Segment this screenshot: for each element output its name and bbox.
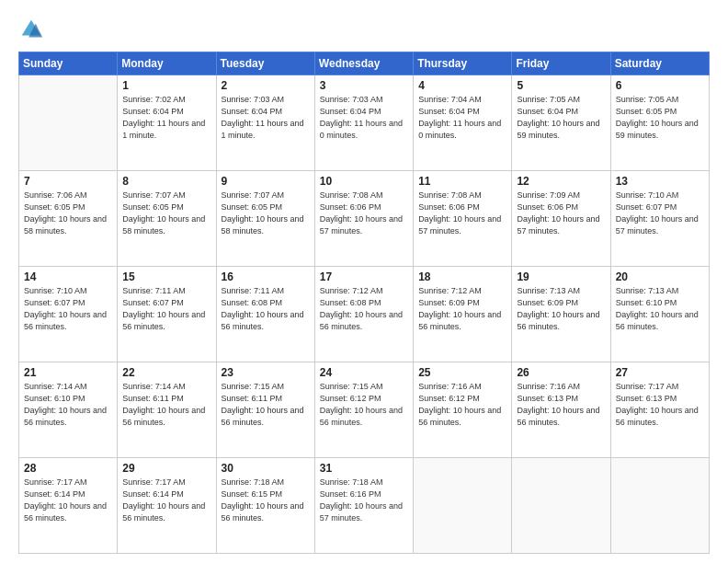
day-info: Sunrise: 7:18 AMSunset: 6:15 PMDaylight:… [222, 477, 310, 524]
day-info: Sunrise: 7:14 AMSunset: 6:11 PMDaylight:… [122, 381, 210, 429]
day-number: 18 [418, 270, 506, 283]
day-info: Sunrise: 7:17 AMSunset: 6:13 PMDaylight:… [616, 381, 704, 429]
calendar-cell: 28Sunrise: 7:17 AMSunset: 6:14 PMDayligh… [19, 458, 118, 554]
day-info: Sunrise: 7:03 AMSunset: 6:04 PMDaylight:… [320, 94, 408, 142]
week-row-4: 21Sunrise: 7:14 AMSunset: 6:10 PMDayligh… [19, 362, 710, 458]
day-number: 22 [122, 366, 210, 379]
day-info: Sunrise: 7:18 AMSunset: 6:16 PMDaylight:… [320, 477, 408, 524]
calendar-cell: 6Sunrise: 7:05 AMSunset: 6:05 PMDaylight… [610, 75, 709, 171]
calendar-cell: 4Sunrise: 7:04 AMSunset: 6:04 PMDaylight… [414, 75, 512, 171]
day-number: 26 [517, 366, 605, 379]
calendar-cell: 16Sunrise: 7:11 AMSunset: 6:08 PMDayligh… [216, 267, 314, 362]
day-number: 23 [222, 366, 310, 379]
calendar-cell: 21Sunrise: 7:14 AMSunset: 6:10 PMDayligh… [19, 362, 118, 458]
calendar-cell: 13Sunrise: 7:10 AMSunset: 6:07 PMDayligh… [610, 171, 709, 267]
day-info: Sunrise: 7:16 AMSunset: 6:13 PMDaylight:… [517, 381, 605, 429]
header [18, 17, 710, 42]
weekday-header-sunday: Sunday [19, 52, 118, 75]
weekday-header-thursday: Thursday [414, 52, 512, 75]
day-info: Sunrise: 7:12 AMSunset: 6:09 PMDaylight:… [418, 285, 506, 333]
weekday-header-monday: Monday [118, 52, 216, 75]
calendar-cell: 3Sunrise: 7:03 AMSunset: 6:04 PMDaylight… [314, 75, 413, 171]
calendar-cell: 19Sunrise: 7:13 AMSunset: 6:09 PMDayligh… [512, 267, 610, 362]
day-number: 2 [222, 79, 310, 92]
day-number: 30 [222, 462, 310, 475]
day-info: Sunrise: 7:07 AMSunset: 6:05 PMDaylight:… [222, 190, 310, 237]
day-number: 1 [122, 79, 210, 92]
day-info: Sunrise: 7:07 AMSunset: 6:05 PMDaylight:… [122, 190, 210, 237]
day-info: Sunrise: 7:06 AMSunset: 6:05 PMDaylight:… [24, 190, 112, 237]
week-row-1: 1Sunrise: 7:02 AMSunset: 6:04 PMDaylight… [19, 75, 710, 171]
day-number: 14 [24, 270, 112, 283]
calendar-cell: 15Sunrise: 7:11 AMSunset: 6:07 PMDayligh… [118, 267, 216, 362]
day-number: 29 [122, 462, 210, 475]
day-info: Sunrise: 7:08 AMSunset: 6:06 PMDaylight:… [320, 190, 408, 237]
day-info: Sunrise: 7:03 AMSunset: 6:04 PMDaylight:… [222, 94, 310, 142]
day-info: Sunrise: 7:15 AMSunset: 6:11 PMDaylight:… [222, 381, 310, 429]
calendar-cell: 17Sunrise: 7:12 AMSunset: 6:08 PMDayligh… [314, 267, 413, 362]
calendar-cell: 14Sunrise: 7:10 AMSunset: 6:07 PMDayligh… [19, 267, 118, 362]
day-number: 9 [222, 175, 310, 188]
day-info: Sunrise: 7:16 AMSunset: 6:12 PMDaylight:… [418, 381, 506, 429]
day-info: Sunrise: 7:15 AMSunset: 6:12 PMDaylight:… [320, 381, 408, 429]
day-info: Sunrise: 7:11 AMSunset: 6:08 PMDaylight:… [222, 285, 310, 333]
calendar-cell: 1Sunrise: 7:02 AMSunset: 6:04 PMDaylight… [118, 75, 216, 171]
calendar-cell: 22Sunrise: 7:14 AMSunset: 6:11 PMDayligh… [118, 362, 216, 458]
day-number: 4 [418, 79, 506, 92]
calendar-cell: 2Sunrise: 7:03 AMSunset: 6:04 PMDaylight… [216, 75, 314, 171]
calendar-cell: 31Sunrise: 7:18 AMSunset: 6:16 PMDayligh… [314, 458, 413, 554]
calendar-cell: 12Sunrise: 7:09 AMSunset: 6:06 PMDayligh… [512, 171, 610, 267]
calendar-cell: 23Sunrise: 7:15 AMSunset: 6:11 PMDayligh… [216, 362, 314, 458]
day-info: Sunrise: 7:17 AMSunset: 6:14 PMDaylight:… [122, 477, 210, 524]
day-number: 17 [320, 270, 408, 283]
day-number: 19 [517, 270, 605, 283]
day-info: Sunrise: 7:05 AMSunset: 6:04 PMDaylight:… [517, 94, 605, 142]
day-info: Sunrise: 7:04 AMSunset: 6:04 PMDaylight:… [418, 94, 506, 142]
logo [18, 17, 48, 42]
day-info: Sunrise: 7:13 AMSunset: 6:10 PMDaylight:… [616, 285, 704, 333]
calendar-cell: 26Sunrise: 7:16 AMSunset: 6:13 PMDayligh… [512, 362, 610, 458]
calendar-table: SundayMondayTuesdayWednesdayThursdayFrid… [18, 52, 710, 554]
calendar-cell: 24Sunrise: 7:15 AMSunset: 6:12 PMDayligh… [314, 362, 413, 458]
day-number: 21 [24, 366, 112, 379]
day-info: Sunrise: 7:02 AMSunset: 6:04 PMDaylight:… [122, 94, 210, 142]
weekday-header-saturday: Saturday [610, 52, 709, 75]
day-number: 15 [122, 270, 210, 283]
week-row-3: 14Sunrise: 7:10 AMSunset: 6:07 PMDayligh… [19, 267, 710, 362]
day-number: 8 [122, 175, 210, 188]
day-number: 7 [24, 175, 112, 188]
day-info: Sunrise: 7:09 AMSunset: 6:06 PMDaylight:… [517, 190, 605, 237]
calendar-cell: 11Sunrise: 7:08 AMSunset: 6:06 PMDayligh… [414, 171, 512, 267]
day-number: 16 [222, 270, 310, 283]
calendar-cell: 29Sunrise: 7:17 AMSunset: 6:14 PMDayligh… [118, 458, 216, 554]
day-number: 3 [320, 79, 408, 92]
calendar-cell: 30Sunrise: 7:18 AMSunset: 6:15 PMDayligh… [216, 458, 314, 554]
calendar-cell: 8Sunrise: 7:07 AMSunset: 6:05 PMDaylight… [118, 171, 216, 267]
calendar-cell: 27Sunrise: 7:17 AMSunset: 6:13 PMDayligh… [610, 362, 709, 458]
day-info: Sunrise: 7:14 AMSunset: 6:10 PMDaylight:… [24, 381, 112, 429]
calendar-cell: 18Sunrise: 7:12 AMSunset: 6:09 PMDayligh… [414, 267, 512, 362]
calendar-header-row: SundayMondayTuesdayWednesdayThursdayFrid… [19, 52, 710, 75]
logo-icon [18, 17, 44, 42]
calendar-cell: 5Sunrise: 7:05 AMSunset: 6:04 PMDaylight… [512, 75, 610, 171]
weekday-header-wednesday: Wednesday [314, 52, 413, 75]
day-info: Sunrise: 7:11 AMSunset: 6:07 PMDaylight:… [122, 285, 210, 333]
calendar-cell: 20Sunrise: 7:13 AMSunset: 6:10 PMDayligh… [610, 267, 709, 362]
day-number: 27 [616, 366, 704, 379]
day-number: 11 [418, 175, 506, 188]
day-info: Sunrise: 7:10 AMSunset: 6:07 PMDaylight:… [24, 285, 112, 333]
day-info: Sunrise: 7:12 AMSunset: 6:08 PMDaylight:… [320, 285, 408, 333]
day-info: Sunrise: 7:05 AMSunset: 6:05 PMDaylight:… [616, 94, 704, 142]
calendar-cell: 25Sunrise: 7:16 AMSunset: 6:12 PMDayligh… [414, 362, 512, 458]
day-number: 12 [517, 175, 605, 188]
calendar-cell [19, 75, 118, 171]
calendar-cell [610, 458, 709, 554]
calendar-cell: 7Sunrise: 7:06 AMSunset: 6:05 PMDaylight… [19, 171, 118, 267]
day-number: 20 [616, 270, 704, 283]
day-number: 28 [24, 462, 112, 475]
day-number: 24 [320, 366, 408, 379]
day-info: Sunrise: 7:10 AMSunset: 6:07 PMDaylight:… [616, 190, 704, 237]
calendar-cell: 10Sunrise: 7:08 AMSunset: 6:06 PMDayligh… [314, 171, 413, 267]
week-row-5: 28Sunrise: 7:17 AMSunset: 6:14 PMDayligh… [19, 458, 710, 554]
day-info: Sunrise: 7:17 AMSunset: 6:14 PMDaylight:… [24, 477, 112, 524]
